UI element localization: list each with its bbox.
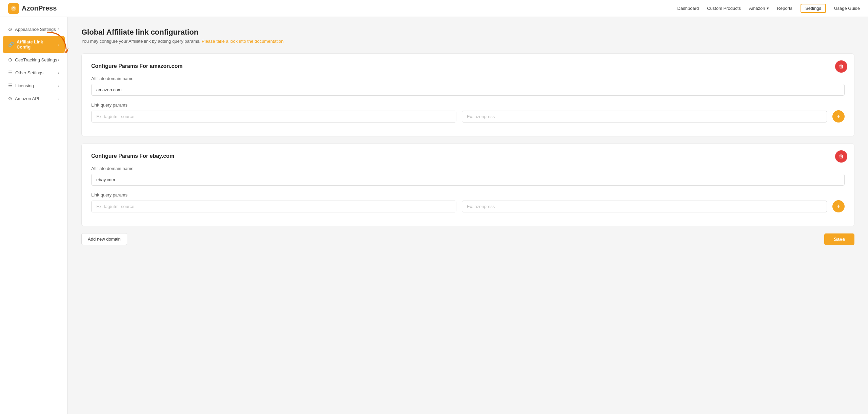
page-title: Global Affiliate link configuration: [81, 28, 854, 37]
amazon-domain-label: Affiliate domain name: [91, 76, 845, 81]
amazon-card-title: Configure Params For amazon.com: [91, 63, 845, 69]
sidebar-item-amazon-api[interactable]: ⊙ Amazon API ›: [3, 92, 65, 105]
svg-point-0: [11, 6, 16, 11]
amazon-card: Configure Params For amazon.com Affiliat…: [81, 53, 854, 136]
logo-icon: [8, 3, 19, 14]
usage-guide-link[interactable]: Usage Guide: [834, 6, 860, 11]
app-name: AzonPress: [22, 4, 57, 12]
custom-products-link[interactable]: Custom Products: [707, 6, 741, 11]
page-subtitle: You may configure your Affiliate link by…: [81, 39, 854, 44]
ebay-domain-label: Affiliate domain name: [91, 166, 845, 171]
save-button[interactable]: Save: [824, 233, 854, 245]
ebay-param-val-input[interactable]: [462, 201, 827, 212]
chevron-right-icon: ›: [58, 70, 59, 75]
main-layout: ⊙ Appearance Settings › 🔗 Affiliate Link…: [0, 17, 868, 414]
other-settings-icon: ☰: [8, 70, 13, 75]
amazon-dropdown[interactable]: Amazon ▾: [749, 6, 769, 11]
ebay-domain-input[interactable]: [91, 174, 845, 186]
amazon-delete-button[interactable]: [835, 60, 847, 73]
reports-link[interactable]: Reports: [777, 6, 793, 11]
chevron-right-icon: ›: [58, 83, 59, 88]
chevron-right-icon: ›: [58, 57, 59, 62]
ebay-card: Configure Params For ebay.com Affiliate …: [81, 143, 854, 226]
amazon-domain-input[interactable]: [91, 84, 845, 96]
licensing-icon: ☰: [8, 83, 13, 88]
amazon-params-label: Link query params: [91, 102, 845, 108]
dashboard-link[interactable]: Dashboard: [677, 6, 699, 11]
amazon-domain-section: Affiliate domain name: [91, 76, 845, 96]
topnav-links: Dashboard Custom Products Amazon ▾ Repor…: [677, 4, 860, 13]
amazon-params-group: +: [91, 110, 845, 123]
sidebar-item-affiliate[interactable]: 🔗 Affiliate Link Config ›: [3, 36, 65, 53]
geotracking-icon: ⊙: [8, 57, 12, 62]
appearance-icon: ⊙: [8, 26, 12, 32]
ebay-add-param-button[interactable]: +: [832, 200, 845, 212]
amazon-api-icon: ⊙: [8, 96, 12, 101]
ebay-params-section: Link query params +: [91, 192, 845, 212]
chevron-down-icon: ▾: [767, 6, 769, 11]
docs-link[interactable]: Please take a look into the documentatio…: [202, 39, 283, 44]
app-logo[interactable]: AzonPress: [8, 3, 57, 14]
ebay-param-key-input[interactable]: [91, 201, 456, 212]
affiliate-icon: 🔗: [8, 42, 14, 47]
amazon-param-key-input[interactable]: [91, 111, 456, 123]
sidebar-item-other-settings[interactable]: ☰ Other Settings ›: [3, 67, 65, 79]
sidebar-item-geotracking[interactable]: ⊙ GeoTracking Settings ›: [3, 54, 65, 66]
topnav: AzonPress Dashboard Custom Products Amaz…: [0, 0, 868, 17]
chevron-right-icon: ›: [58, 27, 59, 32]
amazon-params-section: Link query params +: [91, 102, 845, 123]
ebay-params-group: +: [91, 200, 845, 212]
chevron-right-icon-active: ›: [58, 42, 59, 47]
svg-point-1: [13, 7, 14, 7]
add-domain-button[interactable]: Add new domain: [81, 233, 127, 245]
ebay-card-title: Configure Params For ebay.com: [91, 153, 845, 159]
bottom-actions: Add new domain Save: [81, 233, 854, 245]
main-content: Global Affiliate link configuration You …: [68, 17, 868, 414]
ebay-domain-section: Affiliate domain name: [91, 166, 845, 186]
amazon-add-param-button[interactable]: +: [832, 110, 845, 123]
ebay-delete-button[interactable]: [835, 150, 847, 163]
sidebar-item-appearance[interactable]: ⊙ Appearance Settings ›: [3, 23, 65, 35]
ebay-params-label: Link query params: [91, 192, 845, 197]
chevron-right-icon: ›: [58, 96, 59, 101]
sidebar: ⊙ Appearance Settings › 🔗 Affiliate Link…: [0, 17, 68, 414]
settings-link[interactable]: Settings: [801, 4, 826, 13]
amazon-param-val-input[interactable]: [462, 111, 827, 123]
sidebar-item-licensing[interactable]: ☰ Licensing ›: [3, 79, 65, 92]
